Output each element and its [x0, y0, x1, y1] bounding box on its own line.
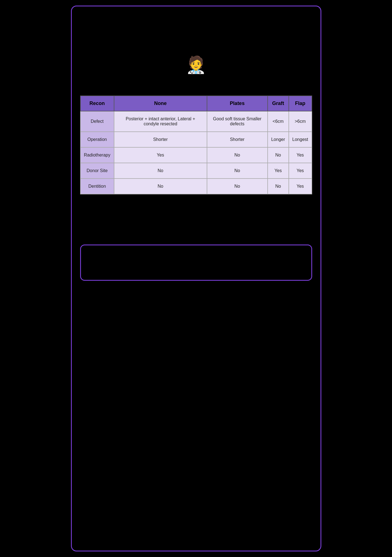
cell-row3-flap: Yes [289, 163, 312, 179]
avatar-section: 🧑‍⚕️ [186, 57, 206, 73]
cell-row4-none: No [114, 179, 207, 194]
cell-row4-graft: No [268, 179, 289, 194]
cell-row1-plates: Shorter [207, 132, 268, 147]
cell-row1-none: Shorter [114, 132, 207, 147]
table-row: DentitionNoNoNoYes [80, 179, 312, 194]
cell-row3-plates: No [207, 163, 268, 179]
col-header-recon: Recon [80, 96, 114, 111]
cell-row1-graft: Longer [268, 132, 289, 147]
cell-row2-none: Yes [114, 147, 207, 163]
table-row: DefectPosterior + intact anterior, Later… [80, 111, 312, 132]
cell-row1-label: Operation [80, 132, 114, 147]
cell-row2-flap: Yes [289, 147, 312, 163]
table-header-row: Recon None Plates Graft Flap [80, 96, 312, 111]
col-header-plates: Plates [207, 96, 268, 111]
cell-row2-label: Radiotherapy [80, 147, 114, 163]
doctor-avatar-icon: 🧑‍⚕️ [186, 57, 206, 73]
cell-row3-label: Donor Site [80, 163, 114, 179]
recon-table-section: Recon None Plates Graft Flap DefectPoste… [80, 96, 312, 194]
cell-row2-graft: No [268, 147, 289, 163]
cell-row4-label: Dentition [80, 179, 114, 194]
col-header-graft: Graft [268, 96, 289, 111]
recon-table: Recon None Plates Graft Flap DefectPoste… [80, 96, 312, 194]
cell-row3-none: No [114, 163, 207, 179]
cell-row0-graft: <6cm [268, 111, 289, 132]
cell-row2-plates: No [207, 147, 268, 163]
table-row: RadiotherapyYesNoNoYes [80, 147, 312, 163]
cell-row0-flap: >6cm [289, 111, 312, 132]
cell-row4-plates: No [207, 179, 268, 194]
table-row: OperationShorterShorterLongerLongest [80, 132, 312, 147]
page-container: 🧑‍⚕️ Recon None Plates Graft Flap Defect… [71, 6, 321, 551]
col-header-none: None [114, 96, 207, 111]
cell-row1-flap: Longest [289, 132, 312, 147]
col-header-flap: Flap [289, 96, 312, 111]
cell-row3-graft: Yes [268, 163, 289, 179]
cell-row4-flap: Yes [289, 179, 312, 194]
cell-row0-plates: Good soft tissue Smaller defects [207, 111, 268, 132]
cell-row0-label: Defect [80, 111, 114, 132]
text-input-box[interactable] [80, 245, 312, 281]
table-row: Donor SiteNoNoYesYes [80, 163, 312, 179]
cell-row0-none: Posterior + intact anterior, Lateral + c… [114, 111, 207, 132]
